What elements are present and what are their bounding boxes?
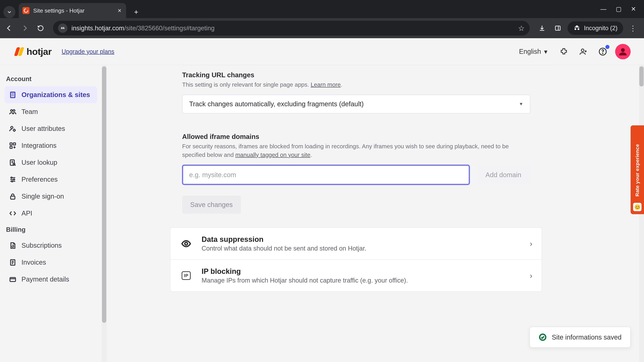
svg-rect-22 <box>10 278 16 282</box>
iframe-domain-input[interactable] <box>182 165 470 185</box>
incognito-chip[interactable]: Incognito (2) <box>568 21 623 35</box>
sidebar-item-label: API <box>22 210 32 217</box>
lock-icon <box>9 193 16 200</box>
sidebar-item-preferences[interactable]: Preferences <box>4 171 97 188</box>
toast-saved: Site informations saved <box>530 327 630 348</box>
sidebar-scroll-thumb[interactable] <box>102 66 106 323</box>
tab-title: Site settings - Hotjar <box>33 7 114 14</box>
nav-reload-icon[interactable] <box>34 22 46 34</box>
browser-tab[interactable]: Site settings - Hotjar × <box>19 3 126 18</box>
file-refresh-icon <box>9 242 16 249</box>
svg-point-17 <box>11 177 12 178</box>
sidebar-item-integrations[interactable]: Integrations <box>4 137 97 154</box>
browser-menu-icon[interactable]: ⋮ <box>627 22 639 34</box>
incognito-icon <box>573 24 580 32</box>
sidebar-item-organizations[interactable]: Organizations & sites <box>4 86 97 103</box>
app-header: hotjar Upgrade your plans English ▾ <box>0 38 644 65</box>
data-suppression-desc: Control what data should not be sent and… <box>202 245 521 252</box>
tracking-url-select[interactable]: Track changes automatically, excluding f… <box>182 95 530 113</box>
chevron-right-icon: › <box>530 240 532 248</box>
sidebar-scrollbar[interactable] <box>102 65 107 362</box>
lookup-icon <box>9 159 16 166</box>
data-suppression-row[interactable]: Data suppression Control what data shoul… <box>170 227 542 260</box>
sidebar-item-label: Integrations <box>22 142 56 149</box>
extensions-icon[interactable] <box>556 44 572 59</box>
sidebar-item-label: User lookup <box>22 159 57 166</box>
nav-back-icon[interactable] <box>3 22 15 34</box>
sidebar-section-account: Account <box>6 75 96 83</box>
iframe-domains-block: Allowed iframe domains For security reas… <box>182 127 555 216</box>
window-controls: ― ▢ ✕ <box>592 0 644 18</box>
site-info-icon[interactable] <box>58 23 68 33</box>
save-changes-button[interactable]: Save changes <box>182 196 241 214</box>
svg-point-0 <box>62 27 62 28</box>
sidebar-item-label: Payment details <box>22 276 69 283</box>
sidebar-item-sso[interactable]: Single sign-on <box>4 188 97 205</box>
bookmark-star-icon[interactable]: ☆ <box>518 24 524 32</box>
tab-search-button[interactable] <box>3 6 16 18</box>
credit-card-icon <box>9 276 16 283</box>
sidebar-item-user-attributes[interactable]: User attributes <box>4 120 97 137</box>
svg-point-9 <box>13 110 15 111</box>
upgrade-plans-link[interactable]: Upgrade your plans <box>62 48 114 55</box>
learn-more-link[interactable]: Learn more <box>311 81 341 88</box>
ip-blocking-desc: Manage IPs from which Hotjar should not … <box>202 277 521 284</box>
sidebar-item-label: Single sign-on <box>22 193 64 200</box>
help-icon[interactable] <box>595 44 610 59</box>
main-content: Tracking URL changes This setting is onl… <box>107 65 644 362</box>
sidebar-item-user-lookup[interactable]: User lookup <box>4 154 97 171</box>
svg-point-1 <box>63 27 64 28</box>
main-scroll-thumb[interactable] <box>639 66 644 86</box>
svg-point-5 <box>602 53 603 54</box>
eye-icon <box>180 237 192 250</box>
new-tab-button[interactable]: + <box>130 6 142 18</box>
invite-user-icon[interactable] <box>576 44 591 59</box>
iframe-desc: For security reasons, iframes are blocke… <box>182 142 521 159</box>
window-close-icon[interactable]: ✕ <box>631 5 636 12</box>
window-maximize-icon[interactable]: ▢ <box>616 5 622 12</box>
sidebar-item-api[interactable]: API <box>4 205 97 222</box>
sidebar-item-label: Organizations & sites <box>22 91 90 98</box>
svg-rect-13 <box>14 143 16 145</box>
brand-logo-mark <box>15 47 24 56</box>
account-avatar[interactable] <box>615 44 630 59</box>
ip-icon: IP <box>180 269 192 282</box>
sidebar-item-invoices[interactable]: Invoices <box>4 254 97 271</box>
add-domain-button[interactable]: Add domain <box>476 165 530 185</box>
svg-point-10 <box>11 126 13 129</box>
sidebar-item-label: User attributes <box>22 125 65 132</box>
manual-tag-link[interactable]: manually tagged on your site <box>235 151 310 158</box>
window-minimize-icon[interactable]: ― <box>600 5 606 12</box>
svg-rect-2 <box>556 26 560 30</box>
svg-point-23 <box>185 242 188 245</box>
side-panel-icon[interactable] <box>552 22 564 34</box>
sidebar-item-label: Preferences <box>22 176 58 183</box>
brand-logo[interactable]: hotjar <box>15 46 52 57</box>
sidebar-item-label: Subscriptions <box>22 242 62 249</box>
tab-close-icon[interactable]: × <box>118 7 122 14</box>
sliders-icon <box>9 176 16 183</box>
check-circle-icon <box>539 333 547 341</box>
browser-toolbar: insights.hotjar.com/site/3825660/setting… <box>0 18 644 38</box>
nav-forward-icon[interactable] <box>19 22 31 34</box>
chevron-down-icon: ▾ <box>544 48 548 55</box>
feedback-tab-label: Rate your experience <box>634 141 640 200</box>
ip-blocking-row[interactable]: IP IP blocking Manage IPs from which Hot… <box>170 260 542 292</box>
face-icon: 😊 <box>633 203 642 211</box>
tracking-url-select-value: Track changes automatically, excluding f… <box>189 100 364 108</box>
sidebar-section-billing: Billing <box>6 226 96 233</box>
sidebar-item-payment[interactable]: Payment details <box>4 271 97 288</box>
code-icon <box>9 210 16 217</box>
svg-point-3 <box>581 49 584 52</box>
downloads-icon[interactable] <box>536 22 548 34</box>
svg-rect-12 <box>10 143 12 145</box>
tab-strip: Site settings - Hotjar × + <box>0 0 592 18</box>
language-selector[interactable]: English ▾ <box>519 48 548 55</box>
incognito-label: Incognito (2) <box>584 25 618 32</box>
user-gear-icon <box>9 125 16 132</box>
browser-omnibox[interactable]: insights.hotjar.com/site/3825660/setting… <box>53 21 530 35</box>
sidebar-item-subscriptions[interactable]: Subscriptions <box>4 237 97 254</box>
feedback-tab[interactable]: Rate your experience 😊 <box>630 125 644 214</box>
sidebar-item-team[interactable]: Team <box>4 103 97 120</box>
browser-titlebar: Site settings - Hotjar × + ― ▢ ✕ <box>0 0 644 18</box>
